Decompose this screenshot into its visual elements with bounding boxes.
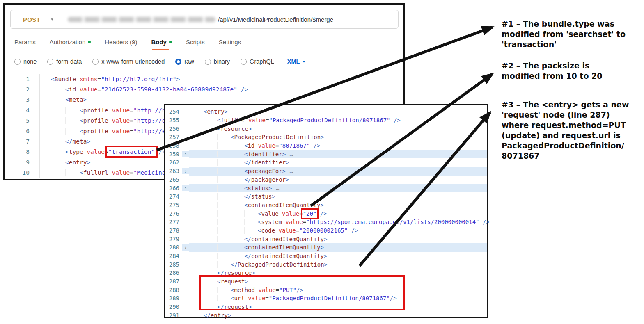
- radio-icon[interactable]: [175, 59, 181, 65]
- fold-chevron-icon[interactable]: ›: [182, 168, 189, 174]
- indent-guide: [190, 193, 204, 200]
- radio-icon[interactable]: [92, 59, 99, 65]
- code-line-286: 286</resource>: [165, 269, 487, 277]
- annotation-1: #1 – The bundle.type was modified from '…: [502, 19, 644, 50]
- code-line-290: 290</request>: [165, 303, 487, 311]
- code-text: <containedItemQuantity> …: [189, 244, 332, 251]
- fold-ellipsis[interactable]: …: [324, 244, 332, 251]
- indent-guide: [217, 168, 231, 174]
- code-text: <PackagedProductDefinition>: [189, 134, 324, 140]
- tab-scripts[interactable]: Scripts: [186, 39, 205, 46]
- request-url[interactable]: /api/v1/MedicinalProductDefinition/$merg…: [218, 16, 333, 23]
- indent-guide: [244, 210, 258, 217]
- indent-guide: [231, 210, 244, 217]
- indent-guide: [190, 219, 204, 225]
- line-number: 275: [165, 202, 182, 208]
- code-line-254: 254<entry>: [165, 107, 487, 116]
- code-text: </containedItemQuantity>: [189, 253, 327, 259]
- indent-guide: [217, 295, 231, 301]
- line-number: 7: [5, 136, 40, 146]
- body-mode-none[interactable]: none: [14, 58, 37, 65]
- indent-guide: [217, 236, 231, 242]
- language-selector[interactable]: XML▾: [287, 58, 305, 65]
- url-redacted-blur: [68, 17, 215, 22]
- code-text: <identifier> …: [189, 151, 293, 157]
- indent-guide: [190, 142, 204, 149]
- code-text: <meta>: [40, 96, 87, 103]
- code-text: </meta>: [40, 138, 90, 145]
- radio-icon[interactable]: [47, 59, 53, 65]
- indent-guide: [190, 278, 204, 285]
- code-line-259: 259›<identifier> …: [165, 150, 487, 158]
- code-text: <fullUrl value="Medicinal: [40, 169, 169, 176]
- indent-guide: [231, 176, 244, 183]
- radio-icon[interactable]: [14, 59, 21, 65]
- indent-guide: [190, 168, 204, 174]
- code-line-255: 255<fullUrl value="PackagedProductDefini…: [165, 116, 487, 125]
- indent-guide: [244, 219, 258, 225]
- code-line-291: 291</entry>: [165, 311, 487, 320]
- modified-value-highlight: "20": [303, 210, 317, 217]
- tab-params[interactable]: Params: [14, 39, 36, 46]
- radio-icon[interactable]: [205, 59, 211, 65]
- line-number: 285: [165, 261, 182, 268]
- body-mode-graphql[interactable]: GraphQL: [241, 58, 274, 65]
- code-line-274: 274</status>: [165, 192, 487, 201]
- fold-ellipsis[interactable]: …: [286, 151, 293, 157]
- method-selector[interactable]: POST: [11, 16, 51, 23]
- indent-guide: [204, 278, 217, 285]
- fold-ellipsis[interactable]: …: [286, 168, 293, 174]
- tab-headers-9-[interactable]: Headers (9): [105, 39, 137, 46]
- xml-editor-detail[interactable]: 254<entry>255<fullUrl value="PackagedPro…: [165, 107, 487, 319]
- line-number: 258: [165, 142, 182, 149]
- line-number: 9: [5, 157, 40, 167]
- code-line-276: 276<value value="20" />: [165, 209, 487, 218]
- fold-chevron-icon[interactable]: ›: [182, 185, 189, 191]
- body-mode-form-data[interactable]: form-data: [47, 58, 82, 65]
- indent-guide: [204, 134, 217, 140]
- code-text: <packageFor> …: [189, 168, 293, 174]
- code-text: <resource>: [189, 125, 252, 132]
- line-number: 4: [5, 105, 40, 115]
- indent-guide: [65, 169, 80, 176]
- indent-guide: [217, 193, 231, 200]
- indent-guide: [51, 107, 65, 114]
- indent-guide: [231, 219, 244, 225]
- indent-guide: [217, 210, 231, 217]
- modified-dot-icon: [169, 41, 172, 43]
- body-mode-binary[interactable]: binary: [205, 58, 230, 65]
- code-line-277: 277<system value="https://spor.ema.europ…: [165, 218, 487, 226]
- code-line-280: 280›<containedItemQuantity> …: [165, 243, 487, 252]
- indent-guide: [190, 108, 204, 115]
- fold-chevron-icon[interactable]: ›: [182, 151, 189, 157]
- tab-authorization[interactable]: Authorization: [50, 39, 91, 46]
- code-text: <system value="https://spor.ema.europa.e…: [189, 219, 490, 225]
- body-mode-raw[interactable]: raw: [175, 58, 194, 65]
- radio-icon[interactable]: [241, 59, 247, 65]
- fold-chevron-icon[interactable]: ›: [182, 244, 189, 251]
- tab-body[interactable]: Body: [151, 39, 172, 46]
- indent-guide: [217, 219, 231, 225]
- divider: [60, 14, 60, 25]
- indent-guide: [217, 134, 231, 140]
- line-number: 8: [5, 147, 40, 157]
- line-number: 276: [165, 210, 182, 217]
- line-number: 266: [165, 185, 182, 192]
- body-mode-x-www-form-urlencoded[interactable]: x-www-form-urlencoded: [92, 58, 165, 65]
- indent-guide: [190, 312, 204, 319]
- line-number: 1: [5, 74, 40, 84]
- chevron-down-icon[interactable]: ▾: [51, 17, 53, 21]
- code-text: <id value="8071867" />: [189, 142, 320, 149]
- indent-guide: [51, 138, 65, 145]
- indent-guide: [190, 134, 204, 140]
- fold-ellipsis[interactable]: …: [272, 185, 280, 192]
- line-number: 265: [165, 176, 182, 183]
- indent-guide: [231, 151, 244, 157]
- line-number: 262: [165, 159, 182, 166]
- indent-guide: [231, 253, 244, 259]
- tab-settings[interactable]: Settings: [219, 39, 241, 46]
- indent-guide: [51, 128, 65, 135]
- code-line-275: 275<containedItemQuantity>: [165, 201, 487, 210]
- indent-guide: [51, 86, 65, 93]
- indent-guide: [204, 117, 217, 123]
